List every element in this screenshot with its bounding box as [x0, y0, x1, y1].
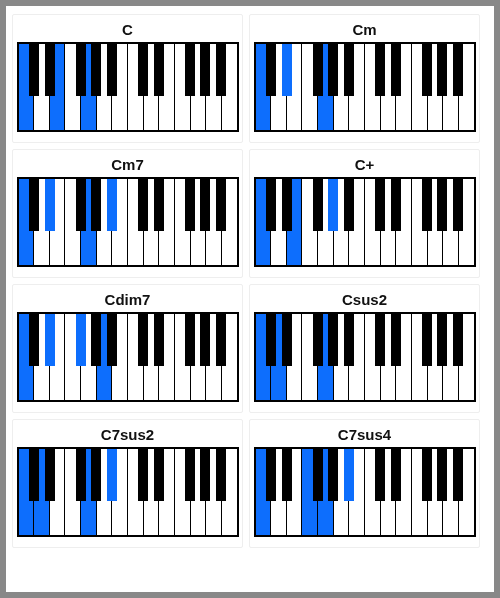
chord-card[interactable]: C+ [249, 149, 480, 278]
chord-card[interactable]: Csus2 [249, 284, 480, 413]
white-key [287, 314, 303, 400]
chord-card[interactable]: Cm7 [12, 149, 243, 278]
white-key [334, 179, 350, 265]
white-key [412, 314, 428, 400]
white-key [144, 44, 160, 130]
piano-keyboard [17, 447, 239, 537]
white-key [112, 44, 128, 130]
chord-name: Cm [352, 21, 376, 38]
white-key [112, 449, 128, 535]
white-key [334, 314, 350, 400]
white-key [144, 314, 160, 400]
white-key [443, 179, 459, 265]
white-key [222, 179, 237, 265]
white-key [128, 44, 144, 130]
chord-name: C7sus2 [101, 426, 154, 443]
white-key [97, 179, 113, 265]
white-key [19, 44, 35, 130]
white-key [396, 314, 412, 400]
white-key [271, 44, 287, 130]
white-key [287, 449, 303, 535]
white-keys [256, 44, 474, 130]
white-key [191, 314, 207, 400]
white-key [443, 44, 459, 130]
chord-name: C7sus4 [338, 426, 391, 443]
white-key [318, 179, 334, 265]
white-key [412, 449, 428, 535]
white-key [459, 179, 474, 265]
white-key [381, 449, 397, 535]
white-key [65, 179, 81, 265]
white-key [81, 179, 97, 265]
white-keys [19, 449, 237, 535]
white-key [428, 44, 444, 130]
piano-keyboard [254, 312, 476, 402]
white-key [175, 179, 191, 265]
white-key [191, 449, 207, 535]
white-key [365, 314, 381, 400]
white-key [175, 449, 191, 535]
white-key [428, 314, 444, 400]
chord-card[interactable]: C [12, 14, 243, 143]
white-key [19, 449, 35, 535]
chord-card[interactable]: Cdim7 [12, 284, 243, 413]
white-key [206, 179, 222, 265]
white-key [428, 449, 444, 535]
white-key [271, 449, 287, 535]
white-key [97, 44, 113, 130]
chord-card[interactable]: C7sus2 [12, 419, 243, 548]
chord-name: C [122, 21, 133, 38]
white-key [112, 314, 128, 400]
chord-grid: CCmCm7C+Cdim7Csus2C7sus2C7sus4 [6, 6, 494, 592]
white-key [365, 44, 381, 130]
white-key [302, 44, 318, 130]
white-key [302, 314, 318, 400]
white-key [302, 179, 318, 265]
chord-card[interactable]: C7sus4 [249, 419, 480, 548]
white-key [365, 449, 381, 535]
white-key [396, 449, 412, 535]
piano-keyboard [254, 42, 476, 132]
chord-card[interactable]: Cm [249, 14, 480, 143]
white-key [128, 179, 144, 265]
white-key [318, 449, 334, 535]
white-key [191, 44, 207, 130]
white-key [97, 314, 113, 400]
white-key [271, 179, 287, 265]
piano-keyboard [17, 42, 239, 132]
white-key [412, 44, 428, 130]
white-key [159, 179, 175, 265]
white-key [65, 314, 81, 400]
white-key [34, 179, 50, 265]
white-keys [19, 44, 237, 130]
white-key [412, 179, 428, 265]
white-key [128, 449, 144, 535]
white-key [206, 449, 222, 535]
white-keys [256, 314, 474, 400]
piano-keyboard [17, 312, 239, 402]
white-key [349, 179, 365, 265]
white-key [144, 179, 160, 265]
white-key [50, 44, 66, 130]
white-key [334, 44, 350, 130]
white-key [159, 449, 175, 535]
white-key [443, 449, 459, 535]
piano-keyboard [254, 177, 476, 267]
white-key [396, 179, 412, 265]
white-key [318, 314, 334, 400]
white-key [159, 314, 175, 400]
chord-name: Cm7 [111, 156, 144, 173]
white-key [381, 179, 397, 265]
white-key [159, 44, 175, 130]
white-keys [256, 449, 474, 535]
white-key [256, 314, 272, 400]
white-key [34, 314, 50, 400]
white-key [271, 314, 287, 400]
white-key [34, 44, 50, 130]
piano-keyboard [17, 177, 239, 267]
chord-name: C+ [355, 156, 375, 173]
white-key [318, 44, 334, 130]
white-key [175, 44, 191, 130]
white-key [65, 449, 81, 535]
white-key [381, 44, 397, 130]
